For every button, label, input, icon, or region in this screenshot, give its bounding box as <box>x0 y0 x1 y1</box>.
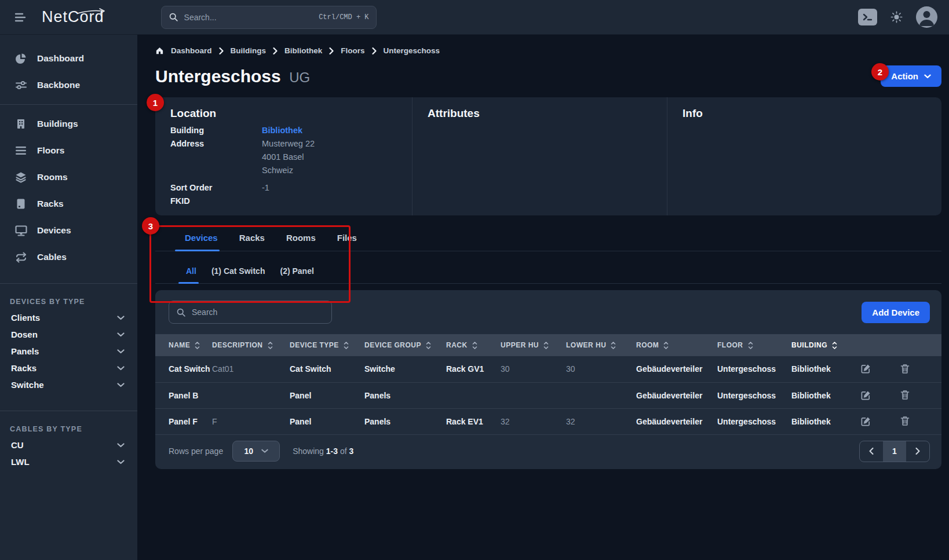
cell-floor: Untergeschoss <box>717 382 791 408</box>
cell-device-type: Panel <box>290 382 364 408</box>
type-item-label: Panels <box>11 346 39 356</box>
delete-button[interactable] <box>899 389 911 401</box>
cell-rack: Rack EV1 <box>446 408 501 434</box>
user-avatar-icon <box>916 6 937 28</box>
edit-button[interactable] <box>860 363 872 375</box>
table-row: Panel F F Panel Panels Rack EV1 32 32 Ge… <box>155 408 941 434</box>
current-page-button[interactable]: 1 <box>883 441 906 462</box>
attributes-panel: Attributes <box>412 97 667 215</box>
chevron-down-icon <box>117 366 125 371</box>
sidebar-toggle-button[interactable] <box>12 10 29 25</box>
chevron-down-icon <box>117 332 125 337</box>
tab-rooms[interactable]: Rooms <box>286 233 316 243</box>
sort-icon <box>832 342 837 349</box>
user-avatar-button[interactable] <box>916 6 937 28</box>
subtab-panel[interactable]: (2) Panel <box>280 266 313 276</box>
cell-room: Gebäudeverteiler <box>636 408 717 434</box>
edit-button[interactable] <box>860 389 872 401</box>
global-search[interactable]: Ctrl/CMD + K <box>161 6 377 29</box>
breadcrumb-item-dashboard[interactable]: Dashboard <box>171 46 212 55</box>
tab-racks[interactable]: Racks <box>239 233 265 243</box>
column-header-name[interactable]: NAME <box>155 334 212 356</box>
sidebar-type-racks[interactable]: Racks <box>0 360 137 376</box>
subtab-all[interactable]: All <box>186 266 196 276</box>
column-header-device-group[interactable]: DEVICE GROUP <box>364 334 446 356</box>
annotation-badge-2: 2 <box>871 63 889 80</box>
theme-toggle-button[interactable] <box>890 10 903 24</box>
sidebar-item-dashboard[interactable]: Dashboard <box>0 45 137 72</box>
sidebar-type-switche[interactable]: Switche <box>0 376 137 393</box>
edit-button[interactable] <box>860 415 872 427</box>
sidebar-item-label: Devices <box>37 225 71 236</box>
attributes-heading: Attributes <box>428 107 652 120</box>
global-search-input[interactable] <box>184 13 313 22</box>
address-line: Schweiz <box>262 166 397 175</box>
cell-device-group: Panels <box>364 408 446 434</box>
sidebar-item-buildings[interactable]: Buildings <box>0 111 137 137</box>
sort-icon <box>195 342 200 349</box>
cell-description: Cat01 <box>212 356 290 382</box>
column-header-floor[interactable]: FLOOR <box>717 334 791 356</box>
sidebar-item-devices[interactable]: Devices <box>0 217 137 244</box>
cell-name: Cat Switch <box>155 356 212 382</box>
chevron-right-icon <box>329 47 334 54</box>
sidebar-item-label: Racks <box>37 199 64 209</box>
next-page-button[interactable] <box>906 441 929 462</box>
type-item-label: CU <box>11 440 24 450</box>
tab-files[interactable]: Files <box>337 233 357 243</box>
info-heading: Info <box>682 107 926 120</box>
sidebar-type-lwl[interactable]: LWL <box>0 453 137 470</box>
subtab-cat-switch[interactable]: (1) Cat Switch <box>211 266 265 276</box>
chevron-left-icon <box>869 448 874 455</box>
breadcrumb-item-untergeschoss[interactable]: Untergeschoss <box>384 46 440 55</box>
home-icon <box>155 46 164 55</box>
building-link[interactable]: Bibliothek <box>262 126 397 135</box>
cables-by-type-heading: CABLES BY TYPE <box>0 417 137 437</box>
table-row: Cat Switch Cat01 Cat Switch Switche Rack… <box>155 356 941 382</box>
sidebar-item-racks[interactable]: Racks <box>0 191 137 217</box>
topbar: NetCord Ctrl/CMD + K <box>0 0 949 35</box>
sidebar-item-label: Rooms <box>37 172 68 182</box>
delete-button[interactable] <box>899 415 911 427</box>
rows-per-page-select[interactable]: 10 <box>232 441 280 462</box>
sidebar-type-cu[interactable]: CU <box>0 437 137 453</box>
action-button[interactable]: Action <box>881 65 941 87</box>
sidebar-type-clients[interactable]: Clients <box>0 309 137 326</box>
layers-icon <box>14 171 27 183</box>
table-search[interactable] <box>169 301 332 324</box>
tab-devices[interactable]: Devices <box>185 233 218 243</box>
sidebar-divider <box>0 411 137 411</box>
sidebar-item-floors[interactable]: Floors <box>0 137 137 164</box>
breadcrumb-item-bibliothek[interactable]: Bibliothek <box>284 46 322 55</box>
add-device-button[interactable]: Add Device <box>862 302 930 323</box>
breadcrumb-item-buildings[interactable]: Buildings <box>231 46 267 55</box>
sidebar-type-dosen[interactable]: Dosen <box>0 326 137 343</box>
fkid-value <box>262 196 397 206</box>
sidebar-item-backbone[interactable]: Backbone <box>0 72 137 98</box>
column-header-room[interactable]: ROOM <box>636 334 717 356</box>
cell-lower-hu: 32 <box>566 408 636 434</box>
devices-table: NAME DESCRIPTION DEVICE TYPE DEVICE GROU… <box>155 334 941 435</box>
type-item-label: Dosen <box>11 330 38 339</box>
column-header-lower-hu[interactable]: LOWER HU <box>566 334 636 356</box>
column-header-description[interactable]: DESCRIPTION <box>212 334 290 356</box>
column-header-rack[interactable]: RACK <box>446 334 501 356</box>
breadcrumb-item-floors[interactable]: Floors <box>341 46 364 55</box>
terminal-button[interactable] <box>858 9 877 25</box>
devices-table-card: Add Device NAME DESCRIPTION DEVICE TYPE … <box>155 290 941 469</box>
sidebar-item-cables[interactable]: Cables <box>0 244 137 270</box>
page-subtitle: UG <box>289 69 310 85</box>
delete-button[interactable] <box>899 363 911 375</box>
sidebar-item-rooms[interactable]: Rooms <box>0 164 137 191</box>
column-header-upper-hu[interactable]: UPPER HU <box>501 334 566 356</box>
cell-rack <box>446 382 501 408</box>
column-header-building[interactable]: BUILDING <box>791 334 860 356</box>
building-icon <box>14 118 27 130</box>
sidebar-type-panels[interactable]: Panels <box>0 343 137 360</box>
previous-page-button[interactable] <box>860 441 883 462</box>
edit-icon <box>861 364 871 374</box>
column-header-device-type[interactable]: DEVICE TYPE <box>290 334 364 356</box>
chevron-down-icon <box>117 316 125 320</box>
sort-order-label: Sort Order <box>170 183 262 192</box>
table-search-input[interactable] <box>192 308 324 317</box>
